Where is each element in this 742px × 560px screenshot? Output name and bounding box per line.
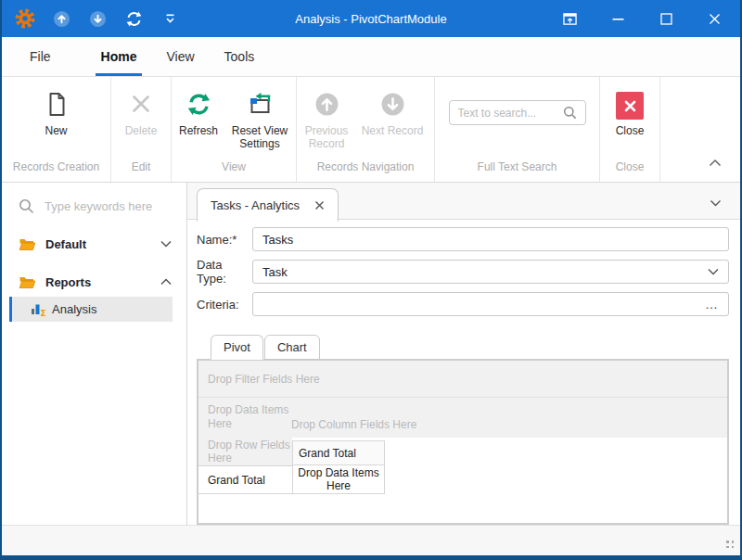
status-bar	[2, 525, 740, 555]
tab-pivot[interactable]: Pivot	[211, 335, 263, 360]
pivot-grid: Drop Filter Fields Here Drop Data Items …	[197, 359, 729, 525]
main-panel: Tasks - Analytics Name:*	[187, 183, 740, 525]
sidebar-search-input[interactable]	[45, 199, 173, 213]
tab-view[interactable]: View	[151, 37, 209, 76]
circle-up-arrow-icon	[53, 10, 70, 28]
app-window: Analysis - PivotChartModule	[0, 0, 742, 560]
tab-file[interactable]: File	[15, 37, 66, 76]
tab-chart[interactable]: Chart	[264, 335, 320, 360]
refresh-button[interactable]: Refresh	[173, 86, 224, 137]
group-label-close: Close	[600, 158, 659, 182]
pivot-data-cell[interactable]: Drop Data Items Here	[292, 465, 385, 494]
criteria-field[interactable]: …	[252, 292, 729, 316]
new-button[interactable]: New	[17, 86, 96, 137]
resize-grip[interactable]	[726, 541, 734, 548]
group-label-edit: Edit	[111, 158, 171, 182]
document-tab-label: Tasks - Analytics	[211, 198, 300, 212]
name-field[interactable]	[252, 227, 729, 251]
ribbon-group-full-text-search: Full Text Search	[435, 77, 600, 182]
ribbon-group-close: Close Close	[600, 77, 660, 182]
close-view-label: Close	[616, 124, 645, 137]
folder-icon	[19, 275, 36, 289]
close-x-icon	[624, 100, 636, 112]
ribbon-group-view: Refresh Reset View Settings View	[172, 77, 297, 182]
previous-record-icon	[314, 92, 339, 117]
group-label-records-creation: Records Creation	[2, 158, 110, 182]
navigation-sidebar: Default Reports Σ	[2, 183, 187, 525]
delete-button-label: Delete	[125, 124, 158, 137]
criteria-label: Criteria:	[197, 298, 252, 312]
pin-to-top-icon	[563, 12, 577, 26]
close-icon	[709, 13, 721, 25]
previous-record-quick-button[interactable]	[51, 8, 71, 29]
close-view-button[interactable]: Close	[607, 90, 653, 137]
next-record-icon	[380, 92, 405, 117]
sidebar-search[interactable]	[19, 196, 173, 216]
pivot-filter-area[interactable]: Drop Filter Fields Here	[198, 361, 727, 398]
tab-list-dropdown-button[interactable]	[710, 195, 722, 211]
pivot-row-grand-total-cell[interactable]: Grand Total	[198, 465, 292, 494]
data-type-label: Data Type:	[197, 258, 252, 286]
refresh-icon-white	[125, 10, 143, 28]
customize-toolbar-button[interactable]	[160, 8, 180, 29]
sidebar-item-analysis[interactable]: Σ Analysis	[9, 297, 173, 322]
criteria-row: Criteria: …	[197, 292, 729, 316]
name-input[interactable]	[262, 233, 719, 247]
maximize-icon	[660, 13, 672, 25]
document-tab-tasks-analytics[interactable]: Tasks - Analytics	[197, 188, 339, 222]
criteria-ellipsis-button[interactable]: …	[705, 299, 719, 309]
pivot-row-area[interactable]: Drop Row Fields Here	[198, 438, 292, 465]
delete-x-icon	[129, 92, 153, 116]
data-type-dropdown[interactable]: Task	[252, 260, 729, 284]
sidebar-item-label: Analysis	[52, 302, 96, 316]
refresh-quick-button[interactable]	[123, 8, 144, 29]
window-controls	[563, 12, 740, 26]
settings-button[interactable]	[15, 8, 35, 29]
ribbon-group-records-creation: New Records Creation	[2, 77, 111, 182]
group-label-full-text-search: Full Text Search	[435, 158, 599, 182]
new-button-label: New	[45, 124, 67, 137]
refresh-icon	[186, 92, 211, 117]
refresh-button-label: Refresh	[179, 124, 218, 137]
analysis-chart-icon: Σ	[31, 302, 45, 317]
pivot-body: Drop Row Fields Here Grand Total Grand T…	[198, 438, 727, 523]
minimize-button[interactable]	[611, 12, 625, 26]
collapse-ribbon-button[interactable]	[709, 154, 722, 171]
folder-icon	[19, 237, 36, 251]
delete-button[interactable]: Delete	[115, 86, 167, 137]
next-record-quick-button[interactable]	[87, 8, 108, 29]
pivot-data-area[interactable]: Drop Data Items Here	[198, 398, 291, 438]
chevron-down-icon[interactable]	[708, 268, 719, 275]
close-window-button[interactable]	[708, 12, 722, 26]
close-tab-icon[interactable]	[314, 200, 325, 210]
body-area: Default Reports Σ	[2, 183, 740, 525]
maximize-button[interactable]	[659, 12, 673, 26]
previous-record-label: Previous Record	[300, 124, 353, 150]
sidebar-group-label: Default	[45, 237, 151, 251]
svg-text:Σ: Σ	[41, 309, 46, 317]
data-type-value: Task	[262, 265, 708, 279]
name-row: Name:*	[197, 227, 729, 251]
next-record-button[interactable]: Next Record	[353, 86, 431, 137]
tab-tools[interactable]: Tools	[210, 37, 270, 76]
chevron-up-icon	[709, 159, 722, 167]
search-icon	[19, 198, 34, 214]
tab-home[interactable]: Home	[86, 37, 152, 76]
sidebar-group-label: Reports	[45, 275, 151, 289]
group-label-view: View	[172, 158, 296, 182]
reset-view-settings-button[interactable]: Reset View Settings	[224, 86, 295, 150]
sidebar-group-reports[interactable]: Reports	[2, 271, 186, 293]
full-text-search-box[interactable]	[449, 100, 586, 125]
ribbon-tab-bar: File Home View Tools	[2, 37, 740, 77]
pivot-column-grand-total-cell[interactable]: Grand Total	[292, 440, 385, 465]
criteria-input[interactable]	[262, 298, 705, 312]
quick-access-toolbar	[2, 8, 180, 29]
pin-to-top-button[interactable]	[563, 12, 577, 26]
minimize-icon	[612, 13, 624, 25]
sidebar-group-default[interactable]: Default	[2, 233, 186, 255]
full-text-search-input[interactable]	[458, 107, 563, 120]
previous-record-button[interactable]: Previous Record	[300, 86, 353, 150]
pivot-column-area[interactable]: Drop Column Fields Here	[291, 418, 416, 438]
chevron-down-icon	[710, 199, 722, 208]
circle-down-arrow-icon	[89, 10, 107, 28]
